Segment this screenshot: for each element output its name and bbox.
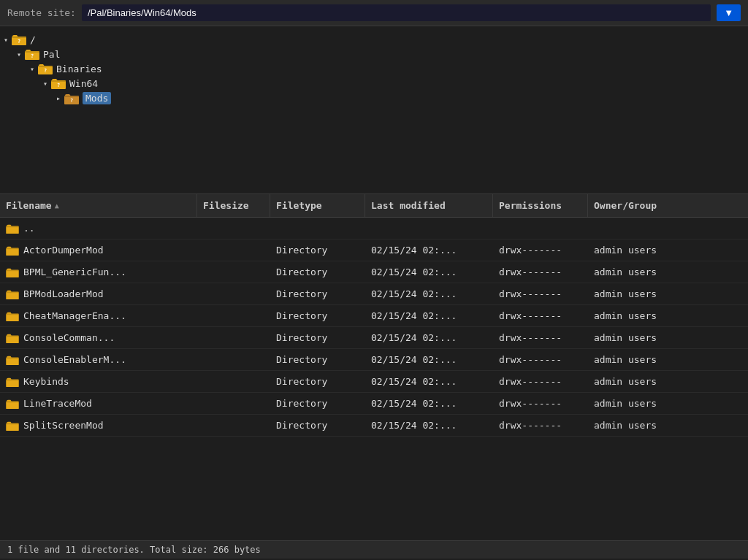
col-filename[interactable]: Filename ▲ <box>0 194 197 217</box>
file-filetype-cell: Directory <box>270 349 365 370</box>
tree-item-win64[interactable]: ▾ ? Win64 <box>0 76 748 91</box>
file-lastModified-cell: 02/15/24 02:... <box>365 261 493 283</box>
file-row[interactable]: ActorDumperModDirectory02/15/24 02:...dr… <box>0 239 748 261</box>
folder-icon <box>6 421 19 431</box>
file-lastModified-cell: 02/15/24 02:... <box>365 283 493 304</box>
file-ownerGroup-cell: admin users <box>588 305 748 326</box>
file-list-body: .. ActorDumperModDirectory02/15/24 02:..… <box>0 218 748 540</box>
file-filesize-cell <box>197 283 270 304</box>
file-ownerGroup-cell: admin users <box>588 393 748 414</box>
file-row[interactable]: SplitScreenModDirectory02/15/24 02:...dr… <box>0 415 748 437</box>
remote-site-dropdown-button[interactable]: ▼ <box>717 4 741 21</box>
folder-icon-mods: ? <box>64 93 79 104</box>
file-ownerGroup-cell: admin users <box>588 371 748 392</box>
remote-site-input[interactable] <box>82 4 711 21</box>
folder-icon <box>6 223 19 234</box>
file-lastModified-cell: 02/15/24 02:... <box>365 305 493 326</box>
file-filetype-cell: Directory <box>270 415 365 436</box>
file-lastModified-cell: 02/15/24 02:... <box>365 349 493 370</box>
file-list-header: Filename ▲ Filesize Filetype Last modifi… <box>0 194 748 218</box>
file-permissions-cell: drwx------- <box>493 305 588 326</box>
svg-text:?: ? <box>18 39 20 45</box>
file-row[interactable]: BPModLoaderModDirectory02/15/24 02:...dr… <box>0 283 748 305</box>
file-filetype-cell: Directory <box>270 371 365 392</box>
file-row[interactable]: KeybindsDirectory02/15/24 02:...drwx----… <box>0 371 748 393</box>
file-permissions-cell: drwx------- <box>493 371 588 392</box>
file-ownerGroup-cell: admin users <box>588 327 748 348</box>
file-ownerGroup-cell <box>588 218 748 239</box>
svg-text:?: ? <box>44 68 47 74</box>
tree-item-mods[interactable]: ▸ ? Mods <box>0 91 748 106</box>
file-filesize-cell <box>197 393 270 414</box>
file-lastModified-cell: 02/15/24 02:... <box>365 393 493 414</box>
col-permissions[interactable]: Permissions <box>493 194 588 217</box>
svg-text:?: ? <box>31 53 34 59</box>
file-filesize-cell <box>197 261 270 283</box>
tree-label-binaries: Binaries <box>56 64 102 74</box>
file-permissions-cell: drwx------- <box>493 261 588 283</box>
file-filetype-cell: Directory <box>270 283 365 304</box>
file-permissions-cell: drwx------- <box>493 393 588 414</box>
tree-arrow-win64[interactable]: ▾ <box>39 80 51 88</box>
file-name-cell: BPModLoaderMod <box>0 283 197 304</box>
folder-icon <box>6 311 19 321</box>
col-lastmodified[interactable]: Last modified <box>365 194 493 217</box>
svg-text:?: ? <box>57 83 60 88</box>
file-lastModified-cell: 02/15/24 02:... <box>365 371 493 392</box>
tree-arrow-mods[interactable]: ▸ <box>53 94 64 102</box>
folder-icon <box>6 289 19 299</box>
file-row[interactable]: BPML_GenericFun...Directory02/15/24 02:.… <box>0 261 748 283</box>
file-filetype-cell: Directory <box>270 239 365 261</box>
tree-label-mods: Mods <box>83 92 111 104</box>
file-row[interactable]: CheatManagerEna...Directory02/15/24 02:.… <box>0 305 748 327</box>
tree-arrow-pal[interactable]: ▾ <box>13 50 25 58</box>
folder-icon <box>6 267 19 277</box>
sort-arrow-icon: ▲ <box>55 202 59 210</box>
folder-icon <box>6 399 19 409</box>
status-bar: 1 file and 11 directories. Total size: 2… <box>0 540 748 559</box>
status-text: 1 file and 11 directories. Total size: 2… <box>7 545 261 555</box>
file-filetype-cell: Directory <box>270 261 365 283</box>
file-filesize-cell <box>197 371 270 392</box>
file-lastModified-cell: 02/15/24 02:... <box>365 415 493 436</box>
col-filesize[interactable]: Filesize <box>197 194 270 217</box>
remote-site-label: Remote site: <box>7 7 76 18</box>
file-filesize-cell <box>197 349 270 370</box>
file-permissions-cell <box>493 218 588 239</box>
file-filesize-cell <box>197 239 270 261</box>
tree-arrow-binaries[interactable]: ▾ <box>26 65 38 73</box>
tree-item-root[interactable]: ▾ ? / <box>0 32 748 47</box>
file-row[interactable]: LineTraceModDirectory02/15/24 02:...drwx… <box>0 393 748 415</box>
file-name-cell: SplitScreenMod <box>0 415 197 436</box>
file-ownerGroup-cell: admin users <box>588 239 748 261</box>
file-name-cell: CheatManagerEna... <box>0 305 197 326</box>
file-lastModified-cell: 02/15/24 02:... <box>365 239 493 261</box>
file-name-cell: ActorDumperMod <box>0 239 197 261</box>
file-permissions-cell: drwx------- <box>493 349 588 370</box>
file-filetype-cell: Directory <box>270 327 365 348</box>
tree-item-pal[interactable]: ▾ ? Pal <box>0 47 748 61</box>
file-row[interactable]: ConsoleComman...Directory02/15/24 02:...… <box>0 327 748 349</box>
folder-icon <box>6 377 19 387</box>
file-filetype-cell: Directory <box>270 305 365 326</box>
file-filetype-cell <box>270 218 365 239</box>
file-name-cell: BPML_GenericFun... <box>0 261 197 283</box>
file-row[interactable]: .. <box>0 218 748 239</box>
tree-panel: ▾ ? /▾ ? Pal▾ ? Binaries▾ ? Win64▸ ? Mod… <box>0 26 748 194</box>
folder-icon-binaries: ? <box>38 63 53 74</box>
file-name-cell: LineTraceMod <box>0 393 197 414</box>
file-ownerGroup-cell: admin users <box>588 349 748 370</box>
folder-icon-root: ? <box>12 34 26 45</box>
tree-item-binaries[interactable]: ▾ ? Binaries <box>0 61 748 76</box>
file-lastModified-cell: 02/15/24 02:... <box>365 327 493 348</box>
folder-icon <box>6 355 19 365</box>
file-name-cell: .. <box>0 218 197 239</box>
file-permissions-cell: drwx------- <box>493 327 588 348</box>
tree-arrow-root[interactable]: ▾ <box>0 36 12 44</box>
file-ownerGroup-cell: admin users <box>588 261 748 283</box>
file-filesize-cell <box>197 305 270 326</box>
col-ownergroup[interactable]: Owner/Group <box>588 194 748 217</box>
file-row[interactable]: ConsoleEnablerM...Directory02/15/24 02:.… <box>0 349 748 371</box>
folder-icon-pal: ? <box>25 48 39 60</box>
col-filetype[interactable]: Filetype <box>270 194 365 217</box>
